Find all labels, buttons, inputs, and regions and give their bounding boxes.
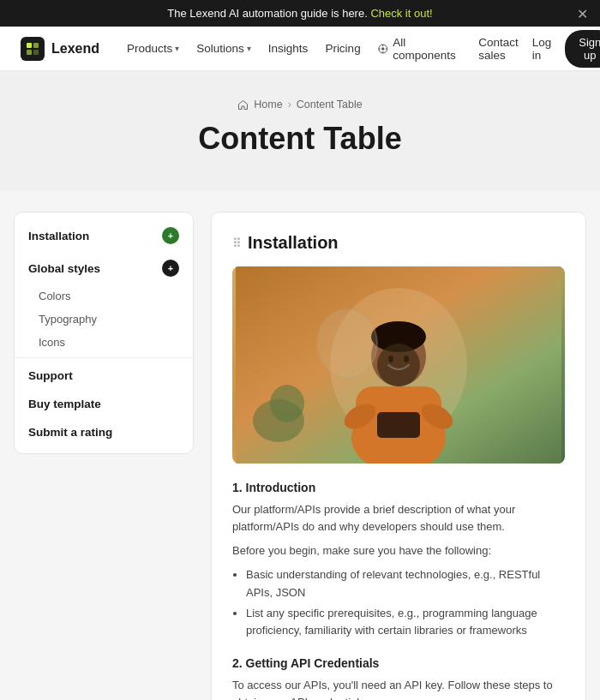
svg-rect-17	[377, 412, 420, 438]
section-title-text: Installation	[248, 233, 339, 253]
sidebar-item-global-styles[interactable]: Global styles +	[15, 252, 193, 284]
installation-badge: +	[162, 227, 179, 244]
sidebar-item-buy-template[interactable]: Buy template	[15, 390, 193, 418]
svg-rect-3	[33, 50, 39, 55]
close-icon[interactable]: ✕	[577, 5, 588, 21]
signup-button[interactable]: Sign up	[565, 30, 600, 68]
svg-rect-0	[27, 43, 32, 48]
intro-section: 1. Introduction Our platform/APIs provid…	[232, 481, 565, 639]
main-content: Installation + Global styles + Colors Ty…	[0, 212, 600, 700]
sidebar-sub-icons[interactable]: Icons	[15, 331, 193, 354]
sidebar: Installation + Global styles + Colors Ty…	[14, 212, 194, 454]
page-title: Content Table	[0, 121, 600, 157]
navbar: Lexend Products Solutions Insights Prici…	[0, 27, 600, 71]
api-paragraph1: To access our APIs, you'll need an API k…	[232, 677, 565, 700]
breadcrumb-home[interactable]: Home	[254, 99, 282, 111]
sidebar-item-installation[interactable]: Installation +	[15, 219, 193, 252]
global-styles-badge: +	[162, 260, 179, 277]
sidebar-sub-colors[interactable]: Colors	[15, 284, 193, 308]
logo-icon	[21, 37, 45, 61]
top-banner: The Lexend AI automation guide is here. …	[0, 0, 600, 27]
nav-right: Contact sales Log in Sign up	[478, 30, 600, 68]
sidebar-divider	[15, 357, 193, 358]
section-title: ⠿ Installation	[232, 233, 565, 253]
sidebar-global-styles-label: Global styles	[28, 262, 100, 275]
svg-point-24	[270, 385, 304, 422]
svg-point-5	[381, 47, 384, 50]
intro-bullet-list: Basic understanding of relevant technolo…	[246, 566, 565, 639]
logo[interactable]: Lexend	[21, 37, 99, 61]
bullet-item-2: List any specific prerequisites, e.g., p…	[246, 605, 565, 639]
svg-point-19	[371, 321, 426, 352]
svg-point-22	[317, 309, 377, 378]
svg-point-21	[404, 356, 409, 362]
logo-text: Lexend	[51, 41, 99, 57]
banner-cta[interactable]: Check it out!	[370, 7, 432, 20]
breadcrumb-current: Content Table	[297, 99, 363, 111]
svg-rect-2	[27, 50, 32, 55]
breadcrumb-separator: ›	[288, 99, 291, 111]
nav-items: Products Solutions Insights Pricing All …	[127, 36, 458, 62]
sidebar-installation-label: Installation	[28, 230, 89, 242]
intro-paragraph2: Before you begin, make sure you have the…	[232, 542, 565, 559]
nav-all-components[interactable]: All components	[378, 36, 459, 62]
api-section: 2. Getting API Credentials To access our…	[232, 656, 565, 700]
intro-heading: 1. Introduction	[232, 481, 565, 494]
sidebar-sub-typography[interactable]: Typography	[15, 308, 193, 331]
nav-all-components-label: All components	[393, 36, 458, 62]
content-area: ⠿ Installation	[211, 212, 586, 700]
bullet-item-1: Basic understanding of relevant technolo…	[246, 566, 565, 601]
intro-paragraph1: Our platform/APIs provide a brief descri…	[232, 501, 565, 535]
hero-section: Home › Content Table Content Table	[0, 71, 600, 191]
nav-solutions[interactable]: Solutions	[196, 42, 251, 55]
nav-pricing[interactable]: Pricing	[325, 42, 360, 55]
banner-text: The Lexend AI automation guide is here.	[167, 7, 370, 20]
sidebar-item-support[interactable]: Support	[15, 362, 193, 390]
login-link[interactable]: Log in	[532, 36, 552, 62]
svg-rect-1	[33, 43, 39, 48]
nav-products[interactable]: Products	[127, 42, 179, 55]
nav-insights[interactable]: Insights	[268, 42, 309, 55]
sidebar-item-submit-rating[interactable]: Submit a rating	[15, 418, 193, 446]
drag-icon: ⠿	[232, 236, 241, 250]
home-icon	[237, 99, 249, 111]
svg-point-20	[388, 356, 393, 362]
content-image	[232, 266, 565, 464]
breadcrumb: Home › Content Table	[0, 99, 600, 111]
contact-sales-link[interactable]: Contact sales	[478, 36, 519, 62]
api-heading: 2. Getting API Credentials	[232, 656, 565, 670]
